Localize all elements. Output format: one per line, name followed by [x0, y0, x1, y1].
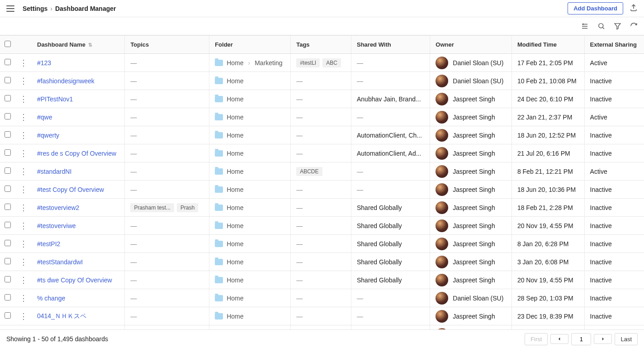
prev-page-button[interactable]: [550, 334, 568, 344]
col-folder[interactable]: Folder: [209, 36, 291, 54]
dashboard-link[interactable]: % change: [37, 295, 65, 302]
folder-icon: [215, 277, 223, 283]
row-checkbox[interactable]: [5, 149, 11, 156]
refresh-icon[interactable]: [630, 22, 638, 30]
dashboard-link[interactable]: #PITestNov1: [37, 95, 73, 103]
empty-dash: —: [130, 132, 137, 139]
row-checkbox[interactable]: [5, 167, 11, 174]
dashboard-link[interactable]: #res de s Copy Of Overview: [37, 150, 116, 157]
filter-icon[interactable]: [613, 22, 621, 30]
breadcrumb-root[interactable]: Settings: [23, 5, 47, 12]
row-checkbox[interactable]: [5, 312, 11, 319]
row-checkbox[interactable]: [5, 95, 11, 101]
dashboard-link[interactable]: #testoverview2: [37, 204, 79, 211]
row-menu-icon[interactable]: ⋮: [19, 58, 28, 67]
folder-path[interactable]: Home: [215, 240, 285, 248]
first-page-button[interactable]: First: [525, 333, 548, 345]
dashboard-link[interactable]: #test Copy Of Overview: [37, 186, 104, 193]
shared-with: —: [357, 59, 363, 67]
folder-icon: [215, 132, 223, 138]
col-name[interactable]: Dashboard Name⇅: [32, 36, 125, 54]
row-menu-icon[interactable]: ⋮: [19, 221, 28, 230]
col-modified[interactable]: Modified Time: [511, 36, 584, 54]
select-all-checkbox[interactable]: [5, 41, 11, 47]
page-input[interactable]: [571, 333, 591, 345]
external-sharing-status: Inactive: [590, 150, 612, 157]
last-page-button[interactable]: Last: [615, 333, 638, 345]
col-topics[interactable]: Topics: [125, 36, 209, 54]
row-menu-icon[interactable]: ⋮: [19, 131, 28, 140]
row-menu-icon[interactable]: ⋮: [19, 257, 28, 267]
table-row: ⋮#testStandardwI—Home—Shared GloballyJas…: [0, 253, 644, 271]
row-menu-icon[interactable]: ⋮: [19, 149, 28, 158]
empty-dash: —: [130, 295, 137, 302]
modified-time: 18 Jun 20, 12:52 PM: [517, 132, 576, 139]
svg-line-4: [602, 28, 604, 29]
folder-segment: Home: [227, 77, 243, 85]
row-menu-icon[interactable]: ⋮: [19, 203, 28, 212]
row-checkbox[interactable]: [5, 240, 11, 246]
owner-name: Jaspreet Singh: [453, 168, 495, 175]
dashboard-link[interactable]: #ts dwe Copy Of Overview: [37, 276, 112, 284]
col-owner[interactable]: Owner: [430, 36, 512, 54]
row-menu-icon[interactable]: ⋮: [19, 95, 28, 104]
folder-segment: Home: [227, 95, 243, 103]
row-checkbox[interactable]: [5, 186, 11, 192]
col-external[interactable]: External Sharing: [584, 36, 644, 54]
row-menu-icon[interactable]: ⋮: [19, 167, 28, 176]
external-sharing-status: Inactive: [590, 132, 612, 139]
folder-path[interactable]: Home: [215, 222, 285, 229]
table-row: ⋮#standardNI—HomeABCDE—Jaspreet Singh8 F…: [0, 162, 644, 181]
col-shared[interactable]: Shared With: [351, 36, 430, 54]
row-checkbox[interactable]: [5, 204, 11, 210]
table-row: ⋮#ts dwe Copy Of Overview—Home—Shared Gl…: [0, 271, 644, 289]
row-menu-icon[interactable]: ⋮: [19, 185, 28, 194]
row-menu-icon[interactable]: ⋮: [19, 113, 28, 122]
row-menu-icon[interactable]: ⋮: [19, 294, 28, 303]
dashboard-link[interactable]: #testPI2: [37, 240, 60, 248]
dashboard-link[interactable]: 0414_ＮＨＫスペ: [37, 312, 86, 319]
folder-path[interactable]: Home: [215, 313, 285, 320]
export-icon[interactable]: [630, 4, 638, 13]
row-checkbox[interactable]: [5, 294, 11, 300]
folder-path[interactable]: Home: [215, 186, 285, 193]
folder-path[interactable]: Home: [215, 258, 285, 266]
dashboard-link[interactable]: #standardNI: [37, 168, 71, 175]
owner-name: Jaspreet Singh: [453, 313, 495, 320]
folder-path[interactable]: Home: [215, 114, 285, 121]
row-checkbox[interactable]: [5, 222, 11, 228]
row-checkbox[interactable]: [5, 59, 11, 65]
col-tags[interactable]: Tags: [291, 36, 351, 54]
dashboard-link[interactable]: #qwe: [37, 114, 52, 121]
folder-path[interactable]: Home: [215, 295, 285, 302]
folder-path[interactable]: Home›Marketing: [215, 59, 285, 67]
folder-path[interactable]: Home: [215, 150, 285, 157]
folder-path[interactable]: Home: [215, 132, 285, 139]
row-menu-icon[interactable]: ⋮: [19, 239, 28, 248]
next-page-button[interactable]: [594, 334, 612, 344]
dashboard-link[interactable]: #testoverviwe: [37, 222, 76, 229]
folder-path[interactable]: Home: [215, 168, 285, 175]
add-dashboard-button[interactable]: Add Dashboard: [568, 2, 623, 14]
folder-path[interactable]: Home: [215, 95, 285, 103]
folder-path[interactable]: Home: [215, 77, 285, 85]
search-icon[interactable]: [597, 22, 605, 30]
table-scroll[interactable]: Dashboard Name⇅ Topics Folder Tags Share…: [0, 35, 644, 330]
menu-icon[interactable]: [6, 5, 14, 12]
row-menu-icon[interactable]: ⋮: [19, 312, 28, 321]
folder-path[interactable]: Home: [215, 204, 285, 211]
adjust-columns-icon[interactable]: [581, 22, 589, 30]
dashboard-link[interactable]: #fashiondesignweek: [37, 77, 95, 85]
row-menu-icon[interactable]: ⋮: [19, 276, 28, 285]
empty-dash: —: [130, 77, 137, 85]
dashboard-link[interactable]: #testStandardwI: [37, 258, 83, 266]
row-checkbox[interactable]: [5, 113, 11, 119]
dashboard-link[interactable]: #123: [37, 59, 51, 67]
row-checkbox[interactable]: [5, 258, 11, 264]
row-menu-icon[interactable]: ⋮: [19, 76, 28, 86]
row-checkbox[interactable]: [5, 77, 11, 83]
row-checkbox[interactable]: [5, 276, 11, 282]
folder-path[interactable]: Home: [215, 276, 285, 284]
row-checkbox[interactable]: [5, 131, 11, 138]
dashboard-link[interactable]: #qwerty: [37, 132, 59, 139]
